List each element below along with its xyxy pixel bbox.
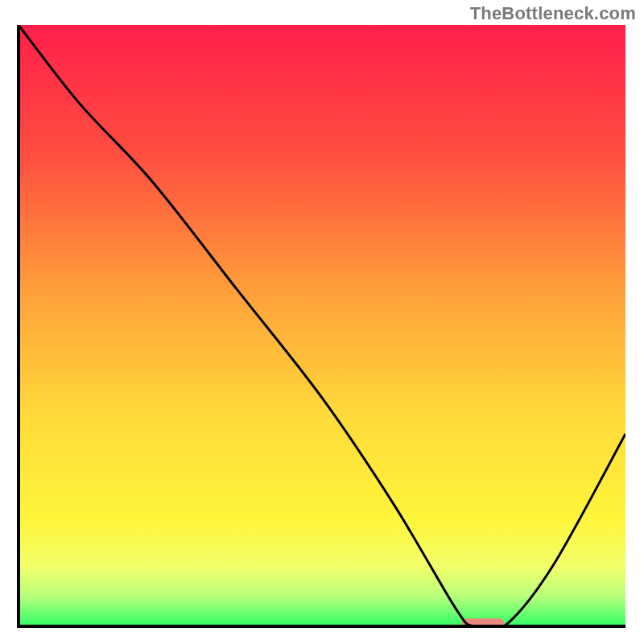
watermark-text: TheBottleneck.com (470, 3, 636, 24)
chart-svg (0, 0, 644, 644)
chart-background-gradient (19, 25, 625, 626)
chart-stage: TheBottleneck.com (0, 0, 644, 644)
